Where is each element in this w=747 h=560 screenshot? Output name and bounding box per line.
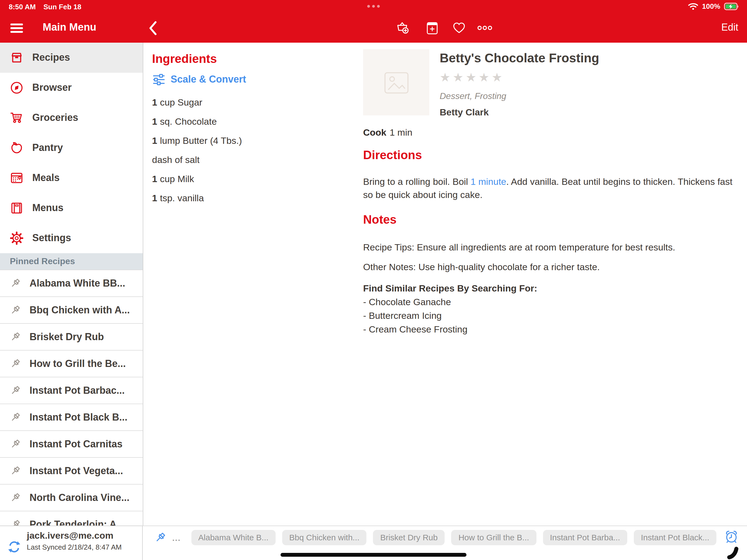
find-similar-header: Find Similar Recipes By Searching For:	[363, 282, 741, 295]
ingredient-quantity: 1	[152, 136, 157, 146]
home-indicator[interactable]	[281, 553, 466, 557]
timer-link[interactable]: 1 minute	[470, 177, 506, 187]
pinned-recipe-item[interactable]: Brisket Dry Rub	[0, 324, 143, 351]
ingredient-text: cup Sugar	[160, 97, 202, 108]
pushpin-icon	[9, 277, 21, 289]
ingredient-item[interactable]: 1cup Sugar	[152, 97, 352, 108]
search-suggestions-list: - Chocolate Ganache- Buttercream Icing- …	[363, 295, 741, 336]
shopping-cart-icon	[9, 110, 24, 125]
add-to-groceries-basket-icon[interactable]	[395, 21, 410, 35]
sidebar-item-pantry[interactable]: Pantry	[0, 133, 143, 163]
recent-recipe-chips: Alabama White B...Bbq Chicken with...Bri…	[191, 530, 716, 545]
hamburger-menu-icon[interactable]	[10, 23, 24, 33]
pinned-recipe-item[interactable]: Instant Pot Black B...	[0, 404, 143, 431]
add-to-meals-icon[interactable]	[426, 21, 439, 35]
recipe-title: Betty's Chocolate Frosting	[440, 51, 599, 66]
favorite-heart-icon[interactable]	[452, 21, 466, 35]
ingredient-quantity: 1	[152, 97, 157, 108]
pushpin-icon	[9, 357, 21, 370]
scale-convert-button[interactable]: Scale & Convert	[152, 73, 352, 86]
ingredient-item[interactable]: 1lump Butter (4 Tbs.)	[152, 136, 352, 147]
pushpin-icon	[9, 384, 21, 397]
scale-convert-label: Scale & Convert	[171, 74, 246, 85]
sidebar-item-browser[interactable]: Browser	[0, 73, 143, 103]
sliders-icon	[152, 73, 166, 86]
pushpin-icon	[9, 438, 21, 450]
app-window: 8:50 AM Sun Feb 18 100%	[0, 0, 747, 560]
recipe-box-icon	[9, 50, 24, 65]
pushpin-icon	[9, 331, 21, 343]
ingredient-item[interactable]: dash of salt	[152, 155, 352, 166]
calendar-icon	[9, 171, 24, 185]
recent-recipe-chip[interactable]: Bbq Chicken with...	[282, 530, 367, 545]
recent-recipe-chip[interactable]: Instant Pot Barba...	[543, 530, 627, 545]
ingredient-item[interactable]: 1cup Milk	[152, 174, 352, 185]
ink-cursor-mark	[727, 546, 740, 559]
sidebar-item-label: Recipes	[32, 52, 70, 63]
pinned-recipe-item[interactable]: Instant Pot Barbac...	[0, 377, 143, 404]
pinned-recipe-label: Instant Pot Black B...	[29, 411, 127, 423]
pushpin-icon	[9, 464, 21, 477]
recent-recipe-chip[interactable]: Instant Pot Black...	[634, 530, 716, 545]
pushpin-icon	[9, 304, 21, 316]
ingredient-text: lump Butter (4 Tbs.)	[160, 136, 242, 146]
star-rating[interactable]: ★★★★★	[440, 71, 599, 85]
more-ellipsis-icon[interactable]	[477, 21, 493, 35]
sync-account-footer[interactable]: jack.ivers@me.com Last Synced 2/18/24, 8…	[0, 526, 143, 560]
recent-recipe-chip[interactable]: How to Grill the B...	[452, 530, 536, 545]
pinned-recipe-item[interactable]: Bbq Chicken with A...	[0, 297, 143, 324]
pinned-recipe-item[interactable]: Instant Pot Vegeta...	[0, 458, 143, 485]
ingredient-item[interactable]: 1sq. Chocolate	[152, 117, 352, 127]
pinned-overflow-label[interactable]: ...	[172, 533, 181, 542]
battery-charging-icon	[724, 2, 739, 10]
cook-time-row: Cook1 min	[363, 127, 741, 138]
edit-button[interactable]: Edit	[721, 22, 738, 33]
directions-text: Bring to a rolling boil. Boil 1 minute. …	[363, 176, 741, 202]
directions-header: Directions	[363, 148, 741, 162]
pinned-recipes-list: Alabama White BB... Bbq Chicken with	[0, 270, 143, 526]
sidebar-item-label: Meals	[32, 172, 60, 184]
pinned-recipe-label: Bbq Chicken with A...	[29, 304, 130, 316]
sidebar-item-label: Browser	[32, 82, 72, 94]
battery-percent: 100%	[702, 2, 720, 10]
cook-label: Cook	[363, 127, 386, 138]
status-date: Sun Feb 18	[44, 3, 81, 11]
pinned-pushpin-icon[interactable]	[153, 531, 167, 544]
cook-value: 1 min	[390, 127, 412, 138]
compass-icon	[9, 80, 24, 95]
gear-icon	[9, 231, 24, 246]
notes-other: Other Notes: Use high-quality chocolate …	[363, 261, 741, 274]
ingredient-quantity: 1	[152, 174, 157, 184]
pinned-recipe-label: Alabama White BB...	[29, 278, 125, 289]
pinned-recipe-item[interactable]: How to Grill the Be...	[0, 351, 143, 377]
recent-recipe-chip[interactable]: Alabama White B...	[191, 530, 276, 545]
ingredient-quantity: 1	[152, 117, 157, 127]
ingredients-section: Ingredients Scale & Convert 1cup Sugar	[152, 52, 352, 212]
pinned-recipe-item[interactable]: Instant Pot Carnitas	[0, 431, 143, 458]
pinned-recipe-label: Pork Tenderloin: A	[29, 519, 117, 526]
recent-recipe-chip[interactable]: Brisket Dry Rub	[373, 530, 445, 545]
photo-placeholder-icon	[384, 70, 409, 95]
recipe-photo-placeholder[interactable]	[363, 49, 429, 116]
sidebar-item-settings[interactable]: Settings	[0, 223, 143, 253]
pushpin-icon	[9, 491, 21, 504]
back-chevron-icon[interactable]	[148, 21, 157, 35]
ingredient-item[interactable]: 1tsp. vanilla	[152, 193, 352, 204]
ingredient-text: dash of salt	[152, 155, 200, 165]
pinned-recipe-label: North Carolina Vine...	[29, 492, 129, 503]
sidebar-item-recipes[interactable]: Recipes	[0, 43, 143, 73]
top-bar: 8:50 AM Sun Feb 18 100%	[0, 0, 747, 43]
ingredients-list: 1cup Sugar 1sq. Chocolate 1lump Butter (…	[152, 97, 352, 204]
sidebar-item-meals[interactable]: Meals	[0, 163, 143, 193]
sidebar-item-menus[interactable]: Menus	[0, 193, 143, 223]
pinned-recipe-item[interactable]: North Carolina Vine...	[0, 485, 143, 511]
sidebar-item-groceries[interactable]: Groceries	[0, 103, 143, 133]
sync-icon	[8, 533, 21, 560]
sidebar-item-label: Groceries	[32, 112, 78, 124]
pinned-recipe-label: Instant Pot Vegeta...	[29, 465, 123, 477]
ingredients-header: Ingredients	[152, 52, 352, 66]
pinned-recipe-item[interactable]: Alabama White BB...	[0, 270, 143, 297]
timer-alarm-icon[interactable]	[724, 529, 739, 544]
recipe-categories: Dessert, Frosting	[440, 91, 599, 101]
pinned-recipe-item[interactable]: Pork Tenderloin: A	[0, 511, 143, 526]
